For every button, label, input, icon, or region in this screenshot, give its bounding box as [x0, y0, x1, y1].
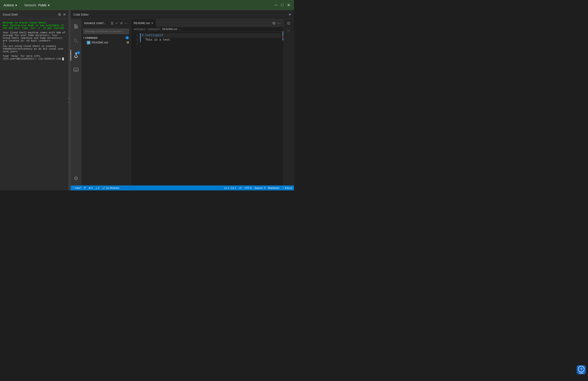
readme-tab[interactable]: README.md ✕ [131, 19, 156, 27]
tab-more-icon[interactable]: ⋯ [277, 21, 280, 25]
terminal-info-line4: You are using Cloud Shell in tenancy fah… [3, 45, 66, 53]
status-encoding[interactable]: UTF-8 [245, 187, 252, 189]
right-activity-bar: ⧉ ↔ [283, 19, 294, 185]
breadcrumb-folder[interactable]: testing123 [148, 28, 160, 30]
network-button[interactable]: Network: Public ▾ [21, 0, 53, 10]
errors-text: ⊗ 0 [89, 187, 93, 189]
encoding-text: UTF-8 [245, 187, 252, 189]
code-lines[interactable]: # testing123 This is a test. [140, 31, 281, 185]
code-line-1: # testing123 [140, 33, 281, 38]
activity-files[interactable] [71, 21, 81, 32]
code-line-3-content [142, 42, 144, 47]
network-value: Public [38, 3, 47, 7]
status-branch[interactable]: ⑂ main* [72, 187, 81, 189]
window-close-icon[interactable]: ✕ [287, 3, 290, 8]
breadcrumb-workspace[interactable]: workspace [134, 28, 146, 30]
cloud-shell-gear-icon[interactable]: ⚙ [58, 12, 61, 17]
status-indent[interactable]: Spaces: 4 [254, 187, 265, 189]
position-text: Ln 1, Col 1 [224, 187, 236, 189]
actions-button[interactable]: Actions ▾ [0, 0, 21, 10]
terminal-info-line2: Cloud Shell (machine and home directory)… [3, 37, 66, 42]
code-line-3 [140, 42, 281, 47]
editor-tabs: README.md ✕ ⧉ ⋯ [131, 19, 283, 27]
code-editor-close-icon[interactable]: ✕ [288, 12, 291, 17]
line-ending-text: LF [239, 187, 242, 189]
network-label: Network: [24, 3, 37, 7]
activity-terminal[interactable] [71, 64, 81, 75]
commit-input-wrapper [81, 27, 131, 35]
maximize-icon[interactable]: □ [281, 3, 283, 7]
code-editor-panel: Code Editor ✕ [71, 10, 294, 190]
changes-header[interactable]: ▾ CHANGES 1 [81, 35, 131, 40]
terminal-info-line3: ). [3, 42, 66, 45]
panel-divider[interactable]: ⋮⋮ [69, 10, 71, 190]
tab-split-icon[interactable]: ⧉ [273, 21, 275, 25]
terminal-help-line: Type `help` for more info. [3, 55, 66, 58]
top-bar-controls: ─ □ ✕ [274, 3, 294, 8]
branch-icon: ⑂ [72, 187, 74, 189]
changes-count: 1 [125, 36, 129, 39]
commit-message-input[interactable] [83, 29, 129, 34]
right-icon-2[interactable]: ↔ [287, 28, 291, 33]
activity-search[interactable] [71, 35, 81, 46]
sidebar-check-icon[interactable]: ✓ [115, 21, 119, 25]
cloud-shell-title: Cloud Shell [3, 13, 18, 16]
source-control-badge: 1 [77, 51, 80, 54]
status-language[interactable]: Markdown [268, 187, 280, 189]
status-warnings[interactable]: △ 0 [95, 187, 99, 189]
activity-source-control[interactable]: 1 [71, 50, 81, 60]
status-eslint[interactable]: ✓ ESLint [282, 187, 292, 189]
cloud-shell-header-icons: ⚙ ✕ [58, 12, 66, 17]
code-line-2: This is a test. [140, 38, 281, 42]
readme-tab-close-icon[interactable]: ✕ [151, 22, 153, 25]
minimize-icon[interactable]: ─ [274, 3, 277, 7]
right-icon-1[interactable]: ⧉ [287, 21, 290, 26]
breadcrumb-more[interactable]: ... [180, 28, 182, 30]
eslint-text: ✓ ESLint [282, 187, 292, 189]
editor-tabs-right: ⧉ ⋯ [273, 21, 283, 25]
readme-file-name: README.md [92, 41, 108, 44]
terminal-info: Your Cloud Shell machine comes with 5GB … [3, 31, 66, 53]
actions-chevron-icon: ▾ [15, 3, 17, 7]
editor-area: README.md ✕ ⧉ ⋯ workspace › testing123 ›… [131, 19, 283, 185]
sidebar-list-icon[interactable]: ☰ [110, 21, 114, 25]
code-editor-header: Code Editor ✕ [71, 10, 294, 19]
changes-text: CHANGES [85, 37, 98, 39]
language-text: Markdown [268, 187, 280, 189]
status-position[interactable]: Ln 1, Col 1 [224, 187, 236, 189]
sidebar-refresh-icon[interactable]: ↺ [120, 21, 123, 25]
top-bar: Actions ▾ Network: Public ▾ ─ □ ✕ [0, 0, 294, 10]
sync-icon: ⟳ [84, 187, 86, 189]
go-modules-icon: 🔊 [102, 187, 105, 189]
terminal-welcome-line1: Welcome to Oracle Cloud Shell. [3, 21, 66, 24]
terminal-info-line1: Your Cloud Shell machine comes with 5GB … [3, 31, 66, 37]
status-go-modules[interactable]: 🔊 Go Modules [102, 187, 120, 189]
sidebar-header: SOURCE CONT... ☰ ✓ ↺ ⋯ [81, 19, 131, 27]
terminal-prompt: tech_user1@cloudshell:~ (us-ashburn-1)$ [3, 58, 66, 60]
file-item-readme[interactable]: M README.md M [81, 40, 131, 45]
changes-section: ▾ CHANGES 1 M README.md M [81, 35, 131, 185]
changes-chevron-icon: ▾ [83, 37, 84, 39]
code-line-2-content: This is a test. [142, 38, 172, 42]
go-modules-text: Go Modules [106, 187, 120, 189]
status-sync[interactable]: ⟳ [84, 187, 86, 189]
source-control-title: SOURCE CONT... [84, 22, 106, 24]
activity-settings[interactable] [71, 173, 81, 184]
terminal-welcome-line2: New! Interactive Mode is now available i… [3, 24, 66, 30]
terminal-help: Type `help` for more info. tech_user1@cl… [3, 55, 66, 60]
code-line-1-content: # testing123 [142, 33, 163, 38]
minimap [281, 31, 283, 185]
sidebar-action-icons: ☰ ✓ ↺ ⋯ [110, 21, 128, 25]
network-chevron-icon: ▾ [48, 3, 50, 7]
vscode-layout: 1 SOURCE CONT... [71, 19, 294, 185]
readme-file-icon: M [87, 41, 90, 44]
sidebar-more-icon[interactable]: ⋯ [124, 21, 128, 25]
status-line-ending[interactable]: LF [239, 187, 242, 189]
cloud-shell-close-icon[interactable]: ✕ [63, 12, 66, 17]
breadcrumb-file[interactable]: README.md [162, 28, 177, 30]
status-errors[interactable]: ⊗ 0 [89, 187, 93, 189]
indent-text: Spaces: 4 [254, 187, 265, 189]
main-content: Cloud Shell ⚙ ✕ Welcome to Oracle Cloud … [0, 10, 294, 190]
actions-label: Actions [4, 3, 14, 7]
terminal-area[interactable]: Welcome to Oracle Cloud Shell. New! Inte… [0, 19, 68, 190]
